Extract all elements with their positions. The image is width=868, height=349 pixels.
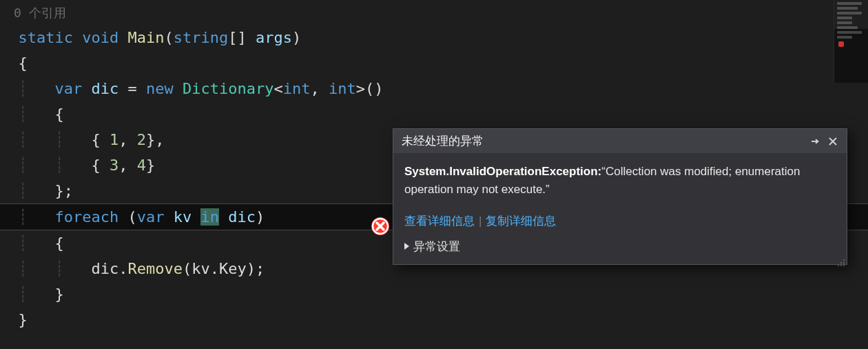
type-name: Dictionary xyxy=(183,80,273,97)
punct: ( xyxy=(183,260,192,277)
minimap-line xyxy=(837,31,862,34)
code-line[interactable]: { xyxy=(0,50,868,76)
keyword: int xyxy=(283,80,311,97)
punct: ( xyxy=(127,208,136,226)
punct: ) xyxy=(247,260,256,277)
keyword: void xyxy=(82,29,118,46)
identifier: kv xyxy=(174,208,192,226)
property: Key xyxy=(219,260,247,277)
minimap-error-marker xyxy=(838,41,844,47)
punct: [] xyxy=(228,29,247,46)
identifier: dic xyxy=(92,80,119,97)
punct: ; xyxy=(256,260,265,277)
code-line[interactable]: static void Main(string[] args) xyxy=(0,25,868,50)
number-literal: 3 xyxy=(110,157,118,174)
punct: { xyxy=(19,54,28,72)
pin-icon[interactable] xyxy=(809,136,820,147)
punct: = xyxy=(118,80,146,97)
punct: () xyxy=(365,80,384,97)
punct: , xyxy=(310,80,329,97)
keyword: int xyxy=(329,80,356,97)
code-line[interactable]: ┊ var dic = new Dictionary<int, int>() xyxy=(0,76,868,101)
keyword: var xyxy=(137,208,165,226)
keyword: var xyxy=(55,80,83,97)
svg-point-5 xyxy=(838,265,839,266)
parameter: args xyxy=(256,29,292,46)
error-icon xyxy=(371,217,390,236)
punct: , xyxy=(118,131,137,148)
svg-point-4 xyxy=(843,262,845,263)
minimap[interactable] xyxy=(834,0,868,83)
punct: { xyxy=(92,157,110,174)
exception-settings-label: 异常设置 xyxy=(413,239,460,255)
code-line[interactable]: } xyxy=(0,307,868,332)
punct: { xyxy=(92,131,110,148)
punct: }; xyxy=(55,182,74,199)
punct: } xyxy=(19,311,28,328)
punct: . xyxy=(210,260,219,277)
svg-point-6 xyxy=(840,265,842,266)
number-literal: 1 xyxy=(110,131,118,148)
punct: , xyxy=(118,157,137,174)
punct: ) xyxy=(292,29,301,46)
method-name: Remove xyxy=(128,260,183,277)
exception-popup-links: 查看详细信息|复制详细信息 xyxy=(393,202,847,232)
view-details-link[interactable]: 查看详细信息 xyxy=(404,215,475,228)
exception-popup-titlebar[interactable]: 未经处理的异常 xyxy=(393,129,847,153)
chevron-right-icon xyxy=(404,243,409,250)
copy-details-link[interactable]: 复制详细信息 xyxy=(486,215,556,228)
keyword: foreach xyxy=(55,208,119,226)
keyword-highlight: in xyxy=(200,208,219,226)
punct: { xyxy=(55,235,64,252)
identifier: dic xyxy=(92,260,119,277)
punct: < xyxy=(273,80,282,97)
punct: ( xyxy=(164,29,173,46)
punct: } xyxy=(146,157,155,174)
keyword: static xyxy=(19,29,73,46)
exception-popup-body: System.InvalidOperationException:“Collec… xyxy=(393,153,847,202)
exception-popup-title: 未经处理的异常 xyxy=(402,133,803,149)
number-literal: 4 xyxy=(137,157,146,174)
number-literal: 2 xyxy=(137,131,146,148)
separator: | xyxy=(479,215,482,228)
punct: . xyxy=(118,260,127,277)
keyword: new xyxy=(146,80,174,97)
svg-point-7 xyxy=(843,265,845,266)
punct: }, xyxy=(146,131,165,148)
svg-point-3 xyxy=(840,262,842,263)
close-icon[interactable] xyxy=(827,136,838,147)
punct: ) xyxy=(256,208,265,226)
punct: } xyxy=(55,286,64,303)
code-line[interactable]: ┊ } xyxy=(0,281,868,307)
punct: { xyxy=(55,106,64,123)
code-line[interactable]: ┊ { xyxy=(0,101,868,127)
exception-type: System.InvalidOperationException: xyxy=(404,165,601,178)
method-name: Main xyxy=(127,29,164,46)
resize-grip[interactable] xyxy=(836,253,845,263)
minimap-line xyxy=(837,36,852,39)
exception-settings-expander[interactable]: 异常设置 xyxy=(393,232,847,264)
punct: > xyxy=(356,80,365,97)
codelens-references[interactable]: 0 个引用 xyxy=(0,6,868,25)
identifier: dic xyxy=(228,208,256,226)
exception-popup: 未经处理的异常 System.InvalidOperationException… xyxy=(393,128,847,265)
keyword: string xyxy=(174,29,228,46)
identifier: kv xyxy=(192,260,210,277)
svg-point-2 xyxy=(843,259,845,261)
minimap-viewport[interactable] xyxy=(834,0,868,29)
